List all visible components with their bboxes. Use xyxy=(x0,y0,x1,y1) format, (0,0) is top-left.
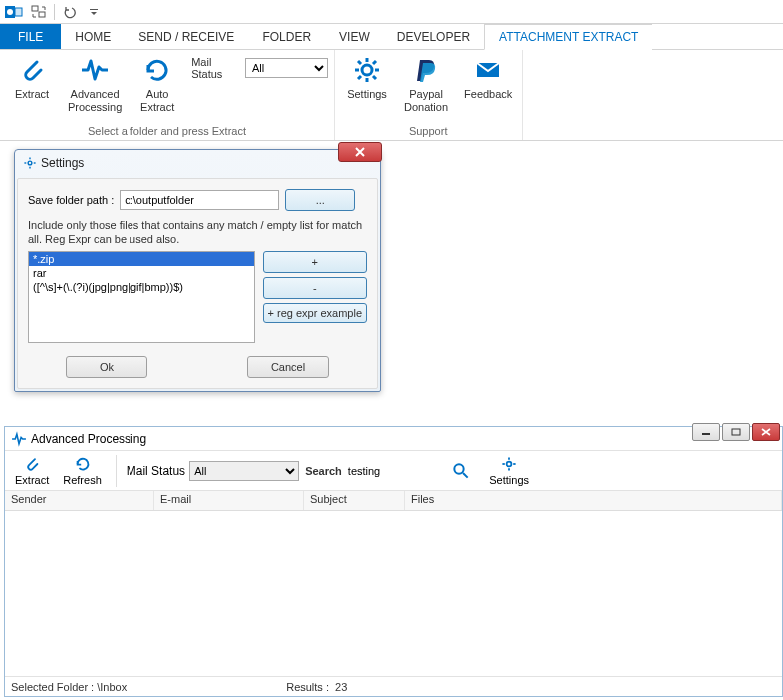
svg-line-11 xyxy=(358,61,361,64)
svg-line-24 xyxy=(463,473,468,478)
tab-home[interactable]: HOME xyxy=(61,24,125,49)
paperclip-icon xyxy=(23,455,41,473)
svg-point-2 xyxy=(7,9,13,15)
advwin-title: Advanced Processing xyxy=(31,432,146,446)
pulse-icon xyxy=(11,431,27,447)
advanced-processing-button[interactable]: Advanced Processing xyxy=(66,52,124,115)
auto-extract-button[interactable]: Auto Extract xyxy=(131,52,183,115)
envelope-icon xyxy=(472,54,504,86)
maximize-button[interactable] xyxy=(722,423,750,441)
gear-icon xyxy=(351,54,383,86)
filter-help-text: Include only those files that contains a… xyxy=(28,219,367,247)
regex-example-button[interactable]: + reg expr example xyxy=(263,303,367,323)
qat-dropdown-icon[interactable] xyxy=(85,3,103,21)
status-folder-label: Selected Folder : xyxy=(11,681,94,693)
filter-list[interactable]: *.zip rar ([^\s]+(\.(?i)(jpg|png|gif|bmp… xyxy=(28,251,255,343)
ok-button[interactable]: Ok xyxy=(66,356,147,378)
svg-line-12 xyxy=(373,76,376,79)
search-icon[interactable] xyxy=(451,461,471,481)
svg-point-23 xyxy=(455,464,464,473)
svg-rect-5 xyxy=(90,9,98,10)
svg-rect-3 xyxy=(32,6,38,11)
adv-settings-button[interactable]: Settings xyxy=(485,455,533,486)
status-results-label: Results : xyxy=(286,681,329,693)
remove-filter-button[interactable]: - xyxy=(263,277,367,299)
col-email[interactable]: E-mail xyxy=(154,491,304,510)
adv-mail-status-select[interactable]: All xyxy=(189,461,299,481)
list-item[interactable]: ([^\s]+(\.(?i)(jpg|png|gif|bmp))$) xyxy=(29,280,254,294)
search-value: testing xyxy=(348,465,380,477)
advanced-processing-window: Advanced Processing Extract Refresh Mail… xyxy=(4,426,783,697)
svg-point-25 xyxy=(507,462,512,467)
extract-button[interactable]: Extract xyxy=(6,52,58,103)
undo-icon[interactable] xyxy=(61,3,79,21)
svg-line-13 xyxy=(373,61,376,64)
settings-dialog: Settings Save folder path : ... Include … xyxy=(14,149,381,392)
tab-attachment-extract[interactable]: ATTACHMENT EXTRACT xyxy=(484,24,652,50)
dialog-close-button[interactable] xyxy=(338,142,382,162)
pulse-icon xyxy=(79,54,111,86)
settings-button[interactable]: Settings xyxy=(341,52,392,103)
qat-sendreceive-icon[interactable] xyxy=(30,3,48,21)
ribbon-group-label: Support xyxy=(335,124,522,140)
ribbon: Extract Advanced Processing Auto Extract… xyxy=(0,50,783,141)
gear-icon xyxy=(500,455,518,473)
extract-button[interactable]: Extract xyxy=(11,455,53,486)
ribbon-group-extract: Extract Advanced Processing Auto Extract… xyxy=(0,50,335,140)
minimize-button[interactable] xyxy=(692,423,720,441)
col-files[interactable]: Files xyxy=(405,491,782,510)
browse-button[interactable]: ... xyxy=(285,189,355,211)
paypal-donation-button[interactable]: Paypal Donation xyxy=(400,52,452,115)
save-path-label: Save folder path : xyxy=(28,194,114,206)
svg-rect-1 xyxy=(15,8,22,16)
ribbon-group-support: Settings Paypal Donation Feedback Suppor… xyxy=(335,50,523,140)
svg-rect-4 xyxy=(39,12,45,17)
dialog-titlebar[interactable]: Settings xyxy=(15,150,380,176)
list-item[interactable]: rar xyxy=(29,266,254,280)
col-sender[interactable]: Sender xyxy=(5,491,154,510)
paperclip-icon xyxy=(16,54,48,86)
svg-rect-21 xyxy=(702,433,710,435)
ribbon-group-label: Select a folder and press Extract xyxy=(0,124,334,140)
cancel-button[interactable]: Cancel xyxy=(247,356,329,378)
dialog-title: Settings xyxy=(41,156,84,170)
col-subject[interactable]: Subject xyxy=(304,491,405,510)
advwin-statusbar: Selected Folder : \Inbox Results : 23 xyxy=(5,676,782,696)
adv-mailstatus-field: Mail Status All xyxy=(127,461,299,481)
add-filter-button[interactable]: + xyxy=(263,251,367,273)
mail-status-select[interactable]: All xyxy=(245,58,328,78)
advwin-titlebar[interactable]: Advanced Processing xyxy=(5,427,782,451)
close-button[interactable] xyxy=(752,423,780,441)
list-item[interactable]: *.zip xyxy=(29,252,254,266)
tab-file[interactable]: FILE xyxy=(0,24,61,49)
results-table-body[interactable] xyxy=(5,511,782,670)
svg-point-6 xyxy=(362,65,372,75)
tab-view[interactable]: VIEW xyxy=(325,24,384,49)
mail-status-field: Mail Status All xyxy=(191,52,328,80)
save-path-input[interactable] xyxy=(120,190,279,210)
mail-status-label: Mail Status xyxy=(191,56,241,80)
tab-developer[interactable]: DEVELOPER xyxy=(384,24,484,49)
tab-folder[interactable]: FOLDER xyxy=(248,24,325,49)
status-folder-value: \Inbox xyxy=(97,681,127,693)
tab-sendreceive[interactable]: SEND / RECEIVE xyxy=(125,24,248,49)
results-columns: Sender E-mail Subject Files xyxy=(5,491,782,511)
refresh-circle-icon xyxy=(141,54,173,86)
quick-access-toolbar xyxy=(0,0,783,24)
search-label: Search xyxy=(305,465,342,477)
feedback-button[interactable]: Feedback xyxy=(460,52,516,103)
svg-point-16 xyxy=(28,161,32,165)
ribbon-tabstrip: FILE HOME SEND / RECEIVE FOLDER VIEW DEV… xyxy=(0,24,783,50)
advwin-toolbar: Extract Refresh Mail Status All Search t… xyxy=(5,451,782,491)
outlook-logo-icon xyxy=(4,2,24,22)
refresh-button[interactable]: Refresh xyxy=(59,455,106,486)
svg-line-14 xyxy=(358,76,361,79)
svg-rect-22 xyxy=(732,429,740,435)
mail-status-label: Mail Status xyxy=(127,464,185,478)
refresh-icon xyxy=(74,455,92,473)
paypal-icon xyxy=(410,54,442,86)
gear-icon xyxy=(23,156,37,170)
status-results-value: 23 xyxy=(335,681,347,693)
